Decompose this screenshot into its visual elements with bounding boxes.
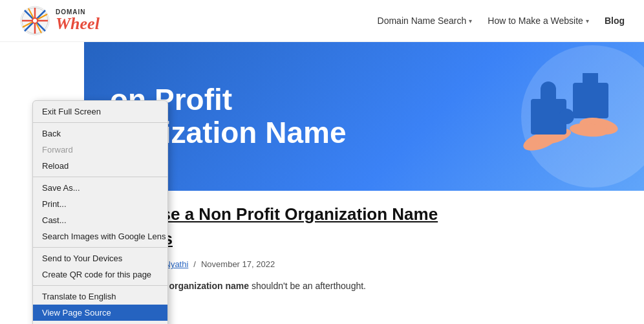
main-nav: Domain Name Search ▾ How to Make a Websi… — [378, 16, 625, 26]
menu-reload[interactable]: Reload — [33, 158, 167, 174]
menu-back[interactable]: Back — [33, 125, 167, 142]
article-meta: 🧑 Qhubekani Nyathi / November 17, 2022 — [103, 258, 625, 271]
body-text-end: shouldn't be an afterthought. — [249, 281, 366, 291]
svg-rect-16 — [573, 83, 608, 118]
menu-search-images[interactable]: Search Images with Google Lens — [33, 228, 167, 244]
menu-create-qr[interactable]: Create QR code for this page — [33, 266, 167, 283]
article-body: Your non profit organization name should… — [103, 279, 625, 293]
menu-save-as[interactable]: Save As... — [33, 180, 167, 196]
article-date: November 17, 2022 — [201, 259, 275, 269]
svg-rect-18 — [583, 74, 598, 86]
chevron-down-icon: ▾ — [469, 17, 472, 25]
logo-text: DOMAIN Wheel — [56, 9, 100, 32]
svg-rect-14 — [541, 89, 556, 102]
menu-translate[interactable]: Translate to English — [33, 288, 167, 305]
header: DOMAIN Wheel Domain Name Search ▾ How to… — [0, 0, 644, 42]
meta-separator: / — [193, 259, 196, 269]
menu-divider-2 — [33, 177, 167, 177]
menu-exit-full-screen[interactable]: Exit Full Screen — [33, 103, 167, 120]
nav-blog[interactable]: Blog — [605, 16, 625, 26]
chevron-down-icon: ▾ — [586, 17, 589, 25]
menu-forward: Forward — [33, 142, 167, 158]
menu-divider-1 — [33, 122, 167, 123]
nav-domain-search[interactable]: Domain Name Search ▾ — [378, 16, 473, 26]
article-title: o Choose a Non Profit Organization Name — [103, 204, 625, 226]
menu-view-source[interactable]: View Page Source — [33, 305, 167, 321]
menu-send-devices[interactable]: Send to Your Devices — [33, 250, 167, 266]
puzzle-area — [521, 73, 625, 160]
menu-print[interactable]: Print... — [33, 196, 167, 212]
svg-point-9 — [33, 19, 37, 23]
logo[interactable]: DOMAIN Wheel — [19, 5, 100, 36]
menu-divider-4 — [33, 285, 167, 286]
logo-wheel-text: Wheel — [56, 16, 100, 32]
context-menu: Exit Full Screen Back Forward Reload Sav… — [32, 100, 168, 324]
puzzle-icon — [521, 73, 625, 157]
svg-point-15 — [559, 109, 574, 124]
menu-cast[interactable]: Cast... — [33, 212, 167, 228]
nav-domain-search-label: Domain Name Search — [378, 16, 467, 26]
hero-decoration — [450, 42, 644, 191]
article-subtitle: 11 Steps — [103, 228, 625, 250]
nav-how-to-label: How to Make a Website — [488, 16, 583, 26]
logo-icon — [19, 5, 50, 36]
nav-how-to[interactable]: How to Make a Website ▾ — [488, 16, 589, 26]
menu-inspect[interactable]: Inspect — [33, 321, 167, 324]
menu-divider-3 — [33, 247, 167, 248]
